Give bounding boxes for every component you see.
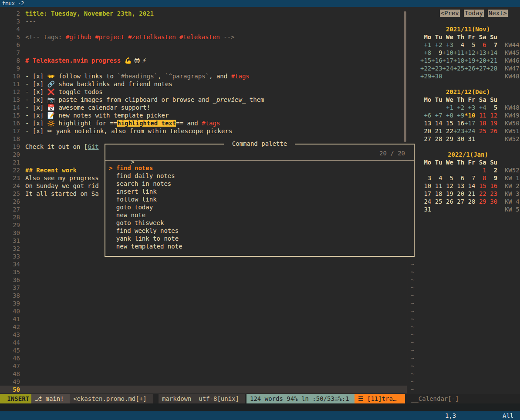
calendar-week-row[interactable]: 10 11 12 13 14 15 16 KW 2 — [410, 182, 520, 190]
empty-line-tilde: ~ — [410, 323, 520, 331]
palette-item[interactable]: goto thisweek — [105, 219, 414, 227]
palette-item[interactable]: new note — [105, 211, 414, 219]
calendar-day: +17 — [464, 120, 475, 127]
palette-item[interactable]: find weekly notes — [105, 227, 414, 235]
palette-input[interactable]: > 20 / 20 — [105, 149, 414, 158]
line-number: 24 — [0, 182, 20, 190]
editor-line[interactable]: 48 — [0, 370, 407, 378]
editor-line[interactable]: 17- [x] ✏ yank notelink, also from wthin… — [0, 127, 407, 135]
line-number: 10 — [0, 72, 20, 80]
palette-item[interactable]: goto today — [105, 203, 414, 211]
calendar-week-row[interactable]: +22+23+24+25+26+27+28 KW47 — [410, 64, 520, 72]
next-month-button[interactable]: Next> — [488, 10, 508, 17]
calendar-week-row[interactable]: +1 +2 +3 +4 5 KW48 — [410, 104, 520, 111]
calendar-week-number: KW51 — [497, 128, 520, 134]
calendar-day: +17 — [442, 57, 453, 64]
palette-item[interactable]: find daily notes — [105, 172, 414, 180]
editor-line[interactable]: 35 — [0, 268, 407, 276]
palette-item-label: insert link — [116, 188, 157, 195]
editor-line[interactable]: 4 — [0, 25, 407, 33]
editor-scrollbar[interactable] — [404, 11, 406, 142]
editor-line[interactable]: 5<!-- tags: #github #project #zettelkast… — [0, 33, 407, 41]
calendar-day — [442, 206, 453, 213]
editor-line[interactable]: 15- [x] 📝 new notes with template picker — [0, 111, 407, 119]
editor-line[interactable]: 36 — [0, 276, 407, 284]
calendar-week-row[interactable]: 27 28 29 30 31 KW52 — [410, 135, 520, 143]
palette-item[interactable]: insert link — [105, 188, 414, 195]
line-text: - [x] 📷 paste images from clipboard or b… — [25, 96, 264, 104]
empty-line-tilde: ~ — [410, 331, 520, 339]
editor-line[interactable]: 7 — [0, 49, 407, 57]
prev-month-button[interactable]: <Prev — [440, 10, 460, 17]
editor-line[interactable]: 16- [x] 🔆 highlight for ==highlighted te… — [0, 119, 407, 127]
palette-item[interactable]: yank link to note — [105, 235, 414, 242]
editor-line[interactable]: 6 — [0, 41, 407, 49]
calendar-day: 14 — [431, 120, 442, 127]
editor-line[interactable]: 11- [x] 🔗 show backlinks and friend note… — [0, 80, 407, 88]
line-text: --- — [25, 17, 36, 25]
calendar-day: +19 — [464, 57, 475, 64]
palette-item[interactable]: > find notes — [105, 164, 414, 172]
editor-line[interactable]: 13- [x] 📷 paste images from clipboard or… — [0, 96, 407, 104]
calendar-week-row[interactable]: 31 KW 5 — [410, 205, 520, 213]
line-number: 30 — [0, 229, 20, 237]
calendar-week-row[interactable]: 1 2 KW52 — [410, 166, 520, 174]
calendar-week-row[interactable]: +6 +7 +8 +9*10 11 12 KW49 — [410, 111, 520, 119]
empty-line-tilde: ~ — [410, 370, 520, 378]
editor-line[interactable]: 50 — [0, 386, 407, 393]
editor-line[interactable]: 9 — [0, 64, 407, 72]
editor-line[interactable]: 45 — [0, 346, 407, 354]
line-number: 11 — [0, 80, 20, 88]
calendar-week-row[interactable]: 13 14 15 16+17 18 19 KW50 — [410, 119, 520, 127]
editor-line[interactable]: 40 — [0, 307, 407, 315]
calendar-week-row[interactable]: 3 4 5 6 7 8 9 KW 1 — [410, 174, 520, 182]
editor-line[interactable]: 43 — [0, 331, 407, 339]
today-button[interactable]: Today — [464, 10, 484, 17]
editor-line[interactable]: 18 — [0, 135, 407, 143]
item-indent — [109, 227, 116, 234]
editor-line[interactable]: 10- [x] 👐 follow links to `#headings`, `… — [0, 72, 407, 80]
filetype-encoding: markdown utf-8[unix] — [159, 394, 245, 403]
calendar-week-number: KW 5 — [497, 206, 520, 213]
calendar-day: 22 — [475, 190, 486, 197]
editor-line[interactable]: 44 — [0, 339, 407, 346]
editor-line[interactable]: 12- [x] ❌ toggle todos — [0, 88, 407, 96]
calendar-day: +20 — [475, 57, 486, 64]
editor-line[interactable]: 3--- — [0, 17, 407, 25]
document-stats: 124 words 94% ln :50/53≡%:1 — [246, 394, 355, 403]
editor-line[interactable]: 41 — [0, 315, 407, 323]
editor-line[interactable]: 14- [x] 📅 awesome calendar support! — [0, 104, 407, 111]
calendar-day: 11 — [475, 112, 486, 119]
editor-line[interactable]: 37 — [0, 284, 407, 292]
calendar-day — [420, 104, 431, 111]
editor-line[interactable]: 42 — [0, 323, 407, 331]
calendar-week-row[interactable]: 24 25 26 27 28 29 30 KW 4 — [410, 198, 520, 205]
editor-line[interactable]: 8# Telekasten.nvim progress 💪 😎 ⚡ — [0, 57, 407, 64]
calendar-day: 15 — [442, 120, 453, 127]
editor-line[interactable]: 2title: Tuesday, November 23th, 2021 — [0, 10, 407, 17]
calendar-week-row[interactable]: +15+16+17+18+19+20+21 KW46 — [410, 57, 520, 64]
calendar-week-row[interactable]: 20 21 22+23+24 25 26 KW51 — [410, 127, 520, 135]
palette-item[interactable]: new templated note — [105, 242, 414, 250]
palette-item[interactable]: follow link — [105, 195, 414, 203]
command-line[interactable]: :lua require('telekasten').panel() — [0, 403, 520, 411]
editor-line[interactable]: 47 — [0, 362, 407, 370]
cursor-position: 1,3 — [445, 411, 456, 420]
editor-line[interactable]: 34 — [0, 260, 407, 268]
mode-indicator: INSERT — [0, 394, 31, 403]
calendar-day: 5 — [464, 41, 475, 48]
prompt-icon: > — [131, 158, 138, 165]
calendar-week-row[interactable]: +8 9+10+11+12+13+14 KW45 — [410, 49, 520, 57]
blank-row — [410, 245, 520, 252]
calendar-week-row[interactable]: +1 +2 +3 4 5 6 7 KW44 — [410, 41, 520, 49]
editor-line[interactable]: 38 — [0, 292, 407, 299]
statusline: INSERT ⎇ main! <ekasten.promo.md[+] mark… — [0, 394, 520, 403]
palette-item[interactable]: search in notes — [105, 180, 414, 188]
line-number: 8 — [0, 57, 20, 64]
calendar-week-row[interactable]: +29+30 KW48 — [410, 72, 520, 80]
editor-line[interactable]: 46 — [0, 354, 407, 362]
editor-line[interactable]: 39 — [0, 299, 407, 307]
editor-line[interactable]: 49 — [0, 378, 407, 386]
palette-item-label: goto today — [116, 204, 153, 211]
calendar-week-row[interactable]: 17 18 19 20 21 22 23 KW 3 — [410, 190, 520, 198]
